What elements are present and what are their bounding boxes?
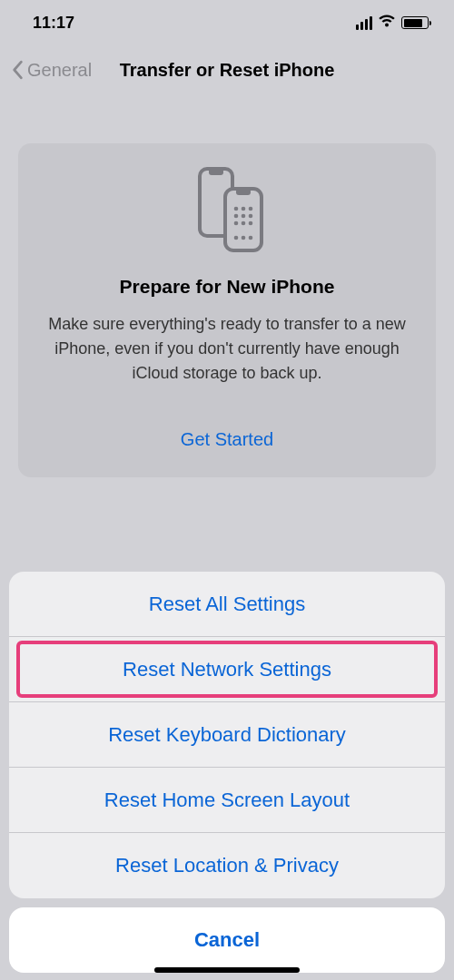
- sheet-item-label: Reset Location & Privacy: [115, 854, 339, 877]
- navigation-bar: General Transfer or Reset iPhone: [0, 45, 454, 94]
- cancel-button[interactable]: Cancel: [9, 907, 445, 973]
- svg-point-7: [234, 214, 239, 219]
- svg-point-12: [249, 221, 253, 226]
- svg-point-9: [249, 214, 253, 219]
- svg-point-11: [242, 221, 246, 226]
- reset-keyboard-dictionary-button[interactable]: Reset Keyboard Dictionary: [9, 702, 445, 768]
- prepare-card: Prepare for New iPhone Make sure everyth…: [18, 143, 436, 477]
- sheet-item-label: Reset Home Screen Layout: [104, 789, 350, 812]
- battery-icon: [401, 16, 429, 29]
- svg-point-13: [234, 236, 239, 240]
- card-title: Prepare for New iPhone: [35, 276, 419, 298]
- reset-location-privacy-button[interactable]: Reset Location & Privacy: [9, 833, 445, 898]
- wifi-icon: [378, 14, 396, 33]
- reset-network-settings-button[interactable]: Reset Network Settings: [9, 637, 445, 702]
- svg-point-10: [234, 221, 239, 226]
- page-title: Transfer or Reset iPhone: [120, 60, 335, 81]
- card-description: Make sure everything's ready to transfer…: [35, 312, 419, 386]
- get-started-button[interactable]: Get Started: [35, 429, 419, 450]
- devices-icon: [35, 163, 419, 254]
- svg-rect-3: [236, 189, 251, 195]
- svg-rect-2: [225, 189, 262, 250]
- reset-all-settings-button[interactable]: Reset All Settings: [9, 572, 445, 637]
- cancel-label: Cancel: [194, 928, 260, 952]
- svg-point-14: [242, 236, 246, 240]
- svg-point-8: [242, 214, 246, 219]
- status-indicators: [356, 14, 429, 33]
- action-sheet-container: Reset All Settings Reset Network Setting…: [0, 572, 454, 980]
- reset-home-screen-layout-button[interactable]: Reset Home Screen Layout: [9, 768, 445, 833]
- status-bar: 11:17: [0, 0, 454, 45]
- cellular-signal-icon: [356, 16, 372, 30]
- sheet-item-label: Reset Network Settings: [123, 658, 331, 681]
- sheet-item-label: Reset All Settings: [149, 593, 305, 616]
- svg-point-5: [242, 207, 246, 211]
- reset-action-sheet: Reset All Settings Reset Network Setting…: [9, 572, 445, 898]
- svg-point-6: [249, 207, 253, 211]
- back-label: General: [27, 60, 92, 81]
- sheet-item-label: Reset Keyboard Dictionary: [108, 723, 346, 747]
- chevron-left-icon: [11, 60, 24, 80]
- svg-point-4: [234, 207, 239, 211]
- svg-point-15: [249, 236, 253, 240]
- status-time: 11:17: [33, 14, 74, 33]
- back-button[interactable]: General: [11, 60, 92, 81]
- svg-rect-1: [209, 169, 223, 175]
- home-indicator[interactable]: [154, 967, 300, 973]
